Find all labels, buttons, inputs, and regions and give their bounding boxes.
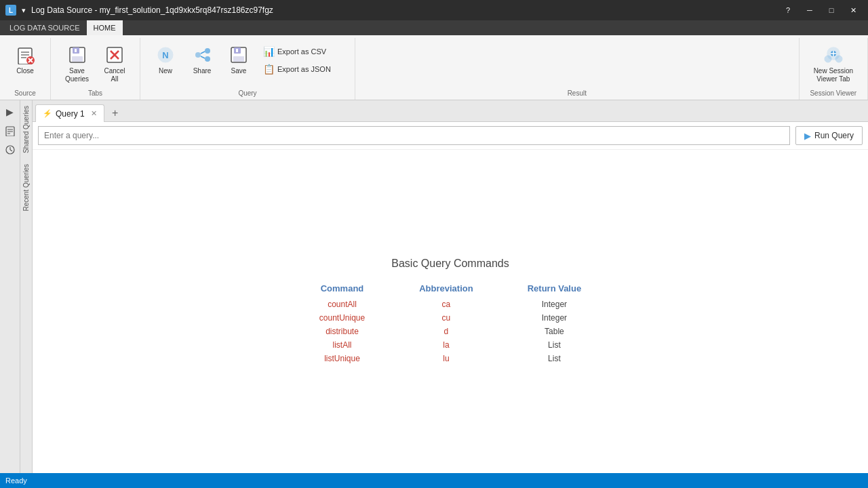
window-controls: ? ─ □ ✕	[778, 3, 863, 17]
menu-log-data-source[interactable]: LOG DATA SOURCE	[3, 20, 87, 35]
save-icon	[228, 44, 250, 66]
close-button[interactable]: ✕	[844, 3, 863, 17]
table-row: countAll ca Integer	[292, 298, 608, 311]
new-session-viewer-label: New SessionViewer Tab	[814, 67, 853, 83]
run-query-button[interactable]: ▶ Run Query	[795, 126, 863, 145]
svg-line-19	[201, 52, 205, 54]
close-label: Close	[16, 67, 34, 75]
menu-bar: LOG DATA SOURCE HOME	[0, 20, 868, 35]
svg-point-18	[205, 56, 210, 62]
tab-close-button[interactable]: ✕	[91, 109, 97, 118]
recent-queries-icon[interactable]	[1, 141, 19, 159]
query-main-content: Basic Query Commands Command Abbreviatio…	[33, 150, 868, 473]
table-row: distribute d Table	[292, 325, 608, 338]
help-table-title: Basic Query Commands	[292, 258, 608, 270]
table-row: countUnique cu Integer	[292, 311, 608, 325]
return-value-cell: Integer	[500, 311, 608, 325]
query-input-bar: ▶ Run Query	[33, 122, 868, 150]
maximize-button[interactable]: □	[822, 3, 841, 17]
col-header-return-value: Return Value	[500, 281, 608, 298]
ribbon-group-session-viewer: New SessionViewer Tab Session Viewer	[800, 38, 868, 100]
share-button[interactable]: Share	[185, 41, 219, 79]
new-button[interactable]: N New	[149, 41, 182, 79]
col-header-abbreviation: Abbreviation	[392, 281, 500, 298]
query-input[interactable]	[38, 126, 790, 145]
abbrev-cell: lu	[392, 352, 500, 365]
result-group-label: Result	[568, 89, 587, 97]
minimize-button[interactable]: ─	[800, 3, 819, 17]
query-tab-1[interactable]: ⚡ Query 1 ✕	[35, 104, 104, 122]
tab-label: Query 1	[56, 109, 85, 119]
new-label: New	[159, 67, 172, 75]
result-small-buttons: 📊 Export as CSV 📋 Export as JSON	[258, 41, 347, 91]
cmd-name-cell: listAll	[292, 338, 392, 352]
cancel-all-icon	[104, 44, 125, 66]
run-icon: ▶	[804, 131, 811, 141]
dropdown-icon[interactable]: ▾	[22, 6, 26, 15]
save-queries-icon	[66, 44, 88, 66]
menu-home[interactable]: HOME	[87, 20, 123, 35]
svg-rect-9	[72, 56, 83, 62]
svg-rect-24	[236, 49, 238, 52]
table-row: listAll la List	[292, 338, 608, 352]
return-value-cell: Integer	[500, 298, 608, 311]
svg-line-20	[201, 56, 205, 58]
export-csv-button[interactable]: 📊 Export as CSV	[258, 43, 347, 60]
status-bar: Ready	[0, 473, 868, 488]
new-icon: N	[155, 44, 176, 66]
export-json-icon: 📋	[263, 64, 274, 75]
close-button-ribbon[interactable]: Close	[8, 41, 42, 79]
abbrev-cell: d	[392, 325, 500, 338]
cmd-name-cell: distribute	[292, 325, 392, 338]
new-session-viewer-tab-button[interactable]: New SessionViewer Tab	[808, 41, 859, 87]
ribbon: Close Source SaveQueries	[0, 35, 868, 100]
cmd-name-cell: countUnique	[292, 311, 392, 325]
new-session-viewer-icon	[823, 44, 844, 66]
session-viewer-group-label: Session Viewer	[810, 89, 856, 97]
cmd-name-cell: listUnique	[292, 352, 392, 365]
title-bar: L ▾ Log Data Source - my_first_solution_…	[0, 0, 868, 20]
left-panel-toggle[interactable]: ▶	[1, 103, 19, 121]
source-group-label: Source	[14, 89, 36, 97]
run-query-label: Run Query	[814, 131, 854, 140]
left-panel: ▶	[0, 100, 20, 473]
table-row: listUnique lu List	[292, 352, 608, 365]
ribbon-group-tabs: SaveQueries CancelAll Tabs	[51, 38, 140, 100]
ribbon-group-source: Close Source	[0, 38, 51, 100]
export-json-label: Export as JSON	[277, 65, 331, 73]
save-queries-label: SaveQueries	[65, 67, 89, 83]
svg-line-37	[10, 150, 12, 151]
svg-point-27	[835, 56, 842, 62]
svg-rect-10	[75, 49, 77, 52]
tab-icon: ⚡	[43, 109, 52, 118]
content-area: ⚡ Query 1 ✕ + ▶ Run Query Basic Query Co…	[33, 100, 868, 473]
export-json-button[interactable]: 📋 Export as JSON	[258, 61, 347, 77]
main-area: ▶ Shared Queries Recent Queries ⚡	[0, 100, 868, 473]
abbrev-cell: ca	[392, 298, 500, 311]
save-label: Save	[231, 67, 247, 75]
commands-table: Command Abbreviation Return Value countA…	[292, 281, 608, 365]
save-queries-button[interactable]: SaveQueries	[59, 41, 95, 87]
abbrev-cell: la	[392, 338, 500, 352]
share-label: Share	[193, 67, 212, 75]
recent-queries-label[interactable]: Recent Queries	[21, 159, 31, 216]
status-text: Ready	[5, 476, 27, 485]
return-value-cell: List	[500, 338, 608, 352]
window-title: Log Data Source - my_first_solution_1qd9…	[31, 5, 273, 15]
app-icon: L	[5, 5, 16, 16]
abbrev-cell: cu	[392, 311, 500, 325]
shared-queries-icon[interactable]	[1, 122, 19, 140]
svg-text:N: N	[162, 50, 168, 60]
query-group-label: Query	[238, 89, 256, 97]
svg-point-26	[825, 56, 831, 62]
ribbon-group-query: N New Share	[140, 38, 355, 100]
add-tab-button[interactable]: +	[107, 105, 123, 121]
shared-queries-label[interactable]: Shared Queries	[21, 100, 31, 159]
export-csv-icon: 📊	[263, 46, 274, 57]
help-button[interactable]: ?	[778, 3, 797, 17]
cancel-all-button[interactable]: CancelAll	[98, 41, 132, 87]
save-button[interactable]: Save	[222, 41, 256, 79]
side-labels: Shared Queries Recent Queries	[20, 100, 33, 473]
export-csv-label: Export as CSV	[277, 47, 326, 56]
col-header-command: Command	[292, 281, 392, 298]
